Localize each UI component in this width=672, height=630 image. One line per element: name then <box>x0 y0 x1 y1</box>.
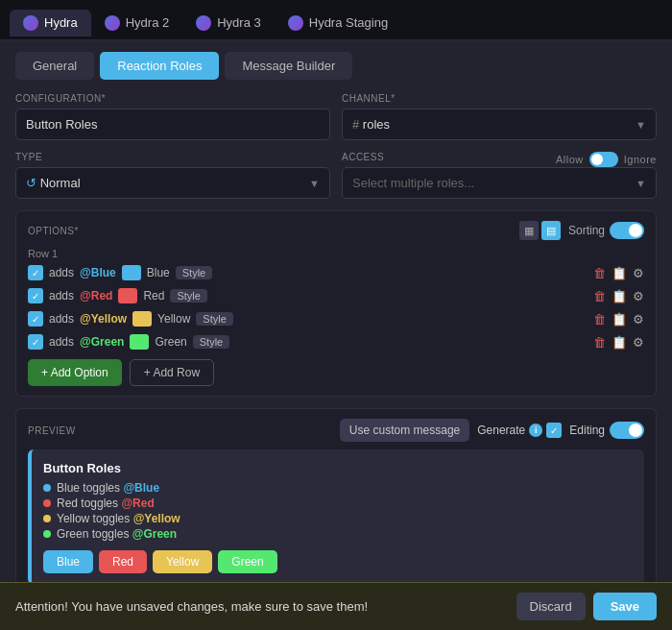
option-text-0: adds <box>49 266 74 279</box>
tab-hydra-staging[interactable]: Hydra Staging <box>275 10 401 36</box>
preview-btn-green[interactable]: Green <box>218 550 276 573</box>
preview-content: Button Roles Blue toggles @Blue Red togg… <box>28 449 644 582</box>
option-style-2[interactable]: Style <box>196 312 232 326</box>
nav-tab-message-builder[interactable]: Message Builder <box>225 52 352 80</box>
preview-btn-blue[interactable]: Blue <box>43 550 93 573</box>
option-text-2: adds <box>49 312 74 326</box>
access-select[interactable]: Select multiple roles... ▼ <box>342 167 657 199</box>
option-checkbox-2[interactable]: ✓ <box>28 311 43 327</box>
add-option-button[interactable]: + Add Option <box>28 359 122 386</box>
list-view-icon[interactable]: ▤ <box>541 221 561 240</box>
option-actions-1: 🗑 📋 ⚙ <box>593 289 644 303</box>
options-toolbar: ▦ ▤ Sorting <box>519 221 644 240</box>
preview-dot-2 <box>43 515 51 522</box>
option-colored-0: @Blue <box>80 266 116 279</box>
option-swatch-2 <box>132 311 152 327</box>
hydra-icon <box>23 15 38 31</box>
option-actions-3: 🗑 📋 ⚙ <box>593 335 644 350</box>
preview-dot-0 <box>43 484 51 492</box>
option-copy-icon-2[interactable]: 📋 <box>612 312 627 327</box>
preview-title: Button Roles <box>43 461 633 475</box>
editing-row: Editing <box>569 422 644 439</box>
tab-hydra2[interactable]: Hydra 2 <box>91 10 183 36</box>
add-row-button[interactable]: + Add Row <box>130 359 214 386</box>
grid-icons: ▦ ▤ <box>519 221 561 240</box>
tab-hydra3[interactable]: Hydra 3 <box>182 10 275 36</box>
option-copy-icon-1[interactable]: 📋 <box>612 289 627 303</box>
option-settings-icon-2[interactable]: ⚙ <box>633 312 644 327</box>
generate-checkbox[interactable]: ✓ <box>546 423 562 438</box>
preview-dot-1 <box>43 499 51 507</box>
unsaved-banner: Attention! You have unsaved changes, mak… <box>0 582 672 630</box>
option-color-name-0: Blue <box>147 266 170 279</box>
grid-view-icon[interactable]: ▦ <box>519 221 539 240</box>
access-chevron: ▼ <box>636 178 646 189</box>
discard-button[interactable]: Discard <box>516 593 586 620</box>
option-settings-icon-0[interactable]: ⚙ <box>633 266 644 280</box>
use-custom-button[interactable]: Use custom message <box>340 419 469 442</box>
option-row-0: ✓ adds @Blue Blue Style 🗑 📋 ⚙ <box>28 263 644 282</box>
option-checkbox-3[interactable]: ✓ <box>28 334 43 350</box>
preview-item-2: Yellow toggles @Yellow <box>43 512 633 525</box>
option-swatch-3 <box>130 334 149 350</box>
generate-info-icon: i <box>529 424 542 437</box>
save-button[interactable]: Save <box>593 593 657 620</box>
sorting-row: Sorting <box>568 222 644 239</box>
preview-list: Blue toggles @Blue Red toggles @Red Yell… <box>43 481 633 541</box>
nav-tab-general[interactable]: General <box>15 52 94 80</box>
type-chevron: ▼ <box>309 178 320 189</box>
option-row-2: ✓ adds @Yellow Yellow Style 🗑 📋 ⚙ <box>28 309 644 328</box>
option-style-1[interactable]: Style <box>170 289 206 303</box>
tab-bar: Hydra Hydra 2 Hydra 3 Hydra Staging <box>0 0 672 40</box>
option-color-name-3: Green <box>155 335 186 349</box>
option-delete-icon-2[interactable]: 🗑 <box>593 312 606 327</box>
type-select[interactable]: ↺ Normal ▼ <box>15 167 330 199</box>
option-actions-2: 🗑 📋 ⚙ <box>593 312 644 327</box>
options-header: OPTIONS* ▦ ▤ Sorting <box>28 221 644 240</box>
preview-label: PREVIEW <box>28 425 76 436</box>
type-label: TYPE <box>15 152 330 162</box>
config-input[interactable] <box>15 109 330 140</box>
option-delete-icon-1[interactable]: 🗑 <box>593 289 606 303</box>
option-checkbox-1[interactable]: ✓ <box>28 288 43 303</box>
channel-label: CHANNEL* <box>342 93 657 104</box>
option-color-name-1: Red <box>143 289 164 303</box>
option-copy-icon-3[interactable]: 📋 <box>612 335 627 350</box>
option-colored-3: @Green <box>80 335 124 349</box>
preview-buttons: BlueRedYellowGreen <box>43 550 633 573</box>
option-style-3[interactable]: Style <box>193 335 229 349</box>
sorting-toggle[interactable] <box>610 222 644 239</box>
allow-ignore-toggle[interactable] <box>589 152 618 167</box>
preview-btn-red[interactable]: Red <box>99 550 147 573</box>
option-copy-icon-0[interactable]: 📋 <box>612 266 627 280</box>
option-delete-icon-0[interactable]: 🗑 <box>593 266 606 280</box>
channel-select[interactable]: # roles ▼ <box>342 109 657 140</box>
option-text-1: adds <box>49 289 74 303</box>
type-access-row: TYPE ↺ Normal ▼ ACCESS Allow Ignore Sele… <box>15 152 657 199</box>
hydra2-icon <box>105 15 120 31</box>
option-settings-icon-3[interactable]: ⚙ <box>633 335 644 350</box>
preview-section: PREVIEW Use custom message Generate i ✓ … <box>15 408 657 582</box>
channel-chevron: ▼ <box>636 119 646 131</box>
nav-tab-reaction-roles[interactable]: Reaction Roles <box>100 52 219 80</box>
hydra3-icon <box>196 15 211 31</box>
main-content: General Reaction Roles Message Builder C… <box>0 40 672 582</box>
preview-btn-yellow[interactable]: Yellow <box>153 550 212 573</box>
option-settings-icon-1[interactable]: ⚙ <box>633 289 644 303</box>
tab-hydra[interactable]: Hydra <box>10 10 91 36</box>
option-style-0[interactable]: Style <box>176 266 212 279</box>
preview-dot-3 <box>43 530 51 538</box>
hydra-staging-icon <box>288 15 303 31</box>
type-col: TYPE ↺ Normal ▼ <box>15 152 330 199</box>
option-delete-icon-3[interactable]: 🗑 <box>593 335 606 350</box>
nav-tabs: General Reaction Roles Message Builder <box>15 52 657 80</box>
editing-toggle[interactable] <box>610 422 644 439</box>
row-1-label: Row 1 <box>28 248 644 259</box>
option-colored-2: @Yellow <box>80 312 127 326</box>
channel-col: CHANNEL* # roles ▼ <box>342 93 657 140</box>
option-row-1: ✓ adds @Red Red Style 🗑 📋 ⚙ <box>28 286 644 305</box>
option-color-name-2: Yellow <box>157 312 190 326</box>
option-colored-1: @Red <box>80 289 112 303</box>
option-checkbox-0[interactable]: ✓ <box>28 265 43 280</box>
option-row-3: ✓ adds @Green Green Style 🗑 📋 ⚙ <box>28 332 644 351</box>
